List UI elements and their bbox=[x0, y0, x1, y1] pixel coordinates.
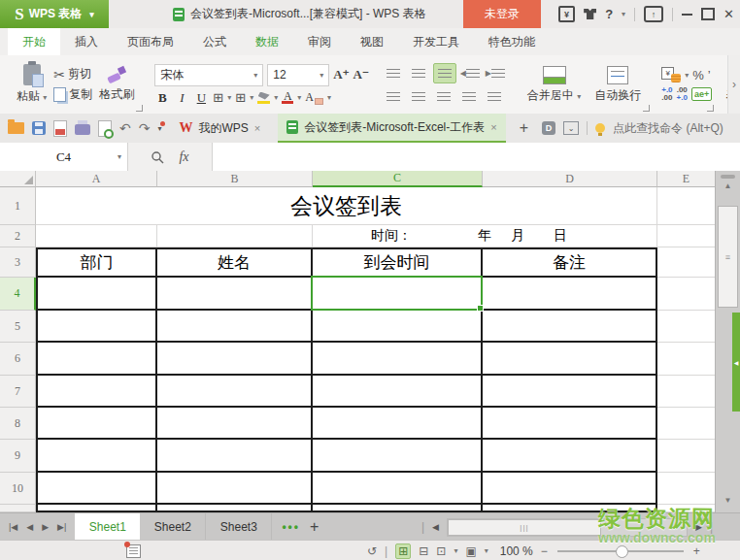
column-header-b[interactable]: B bbox=[157, 171, 313, 187]
cell-header-arrival-time[interactable]: 到会时间 bbox=[313, 247, 483, 278]
cell[interactable] bbox=[36, 376, 157, 408]
cell[interactable] bbox=[157, 440, 313, 473]
decrease-font-button[interactable]: A⁻ bbox=[353, 67, 369, 82]
my-wps-tab[interactable]: W 我的WPS × bbox=[169, 114, 270, 143]
view-dropdown-icon[interactable]: ▾ bbox=[454, 546, 457, 555]
cell[interactable] bbox=[657, 225, 716, 247]
increase-font-button[interactable]: A⁺ bbox=[333, 67, 349, 82]
cell-title-merged[interactable]: 会议签到表 bbox=[36, 187, 657, 225]
prev-sheet-icon[interactable]: ◀ bbox=[26, 522, 33, 532]
minimize-button[interactable] bbox=[682, 14, 692, 16]
cell[interactable] bbox=[657, 408, 716, 440]
borders-dropdown-icon[interactable]: ▾ bbox=[227, 93, 231, 102]
tab-formulas[interactable]: 公式 bbox=[188, 28, 241, 55]
normal-view-button[interactable]: ⊞ bbox=[395, 544, 411, 559]
cell[interactable] bbox=[313, 311, 483, 343]
tab-view[interactable]: 视图 bbox=[346, 28, 398, 55]
cell[interactable] bbox=[157, 311, 313, 343]
scroll-up-icon[interactable]: ▲ bbox=[716, 181, 740, 190]
cell[interactable] bbox=[157, 473, 313, 505]
row-header[interactable]: 4 bbox=[0, 278, 36, 311]
close-button[interactable]: ✕ bbox=[723, 7, 734, 21]
increase-decimal-button[interactable]: +.0 .00 bbox=[661, 86, 672, 102]
cell[interactable] bbox=[483, 278, 657, 311]
format-painter-button[interactable]: 格式刷 bbox=[92, 57, 141, 112]
full-screen-button[interactable]: ▣ bbox=[465, 544, 476, 558]
cell[interactable] bbox=[36, 440, 157, 473]
cell[interactable] bbox=[313, 440, 483, 473]
last-sheet-icon[interactable]: ▶| bbox=[57, 522, 66, 532]
wrap-text-button[interactable]: 自动换行 bbox=[588, 57, 648, 112]
next-sheet-icon[interactable]: ▶ bbox=[42, 522, 49, 532]
formula-input[interactable] bbox=[212, 143, 740, 171]
cell-header-department[interactable]: 部门 bbox=[36, 247, 157, 278]
currency-dropdown-icon[interactable]: ▾ bbox=[685, 71, 689, 80]
decrease-decimal-button[interactable]: .00 +.0 bbox=[677, 86, 688, 102]
row-header[interactable]: 7 bbox=[0, 376, 36, 408]
membership-icon[interactable]: ¥ bbox=[558, 6, 575, 22]
horizontal-scroll-thumb[interactable]: ||| bbox=[448, 519, 601, 536]
fill-color-dropdown-icon[interactable]: ▾ bbox=[274, 93, 278, 102]
cell[interactable] bbox=[36, 343, 157, 376]
page-break-view-button[interactable]: ⊟ bbox=[419, 544, 428, 558]
cell[interactable] bbox=[313, 505, 483, 512]
wps-logo[interactable]: S WPS 表格 ▾ bbox=[0, 0, 109, 28]
cell[interactable] bbox=[483, 311, 657, 343]
align-middle-button[interactable] bbox=[408, 64, 429, 82]
draw-border-icon[interactable]: ⊞ bbox=[235, 90, 246, 105]
row-header[interactable]: 10 bbox=[0, 473, 36, 505]
cell[interactable] bbox=[36, 311, 157, 343]
cell[interactable] bbox=[657, 440, 716, 473]
cell[interactable] bbox=[36, 225, 157, 247]
cell[interactable] bbox=[657, 473, 716, 505]
cell-c4-selected[interactable] bbox=[313, 278, 483, 311]
align-left-button[interactable] bbox=[383, 87, 404, 106]
close-tab-icon[interactable]: × bbox=[254, 122, 260, 134]
cell[interactable] bbox=[157, 225, 313, 247]
cell[interactable] bbox=[36, 278, 157, 311]
align-center-button[interactable] bbox=[408, 87, 429, 106]
first-sheet-icon[interactable]: |◀ bbox=[9, 522, 17, 532]
percent-format-button[interactable]: % bbox=[692, 68, 704, 82]
decrease-indent-button[interactable]: ◀ bbox=[460, 64, 482, 82]
borders-icon[interactable]: ⊞ bbox=[213, 90, 223, 105]
zoom-in-icon[interactable]: + bbox=[693, 544, 700, 558]
cell[interactable] bbox=[313, 473, 483, 505]
cell[interactable] bbox=[36, 505, 157, 512]
cell[interactable] bbox=[483, 505, 657, 512]
row-header[interactable]: 2 bbox=[0, 225, 36, 247]
fill-handle[interactable] bbox=[477, 305, 484, 312]
name-box[interactable]: C4 ▾ bbox=[0, 143, 128, 171]
number-format-button[interactable]: ae+ bbox=[691, 87, 712, 101]
tab-insert[interactable]: 插入 bbox=[60, 28, 113, 55]
history-icon[interactable]: ↺ bbox=[367, 544, 377, 558]
print-icon[interactable] bbox=[75, 124, 90, 135]
zoom-slider[interactable] bbox=[557, 550, 684, 552]
row-header[interactable]: 1 bbox=[0, 187, 36, 225]
name-box-dropdown-icon[interactable]: ▾ bbox=[118, 152, 121, 161]
cell[interactable] bbox=[483, 408, 657, 440]
sheet-tab-sheet3[interactable]: Sheet3 bbox=[206, 513, 272, 541]
paste-button[interactable]: 粘贴 ▾ bbox=[10, 57, 53, 112]
insert-function-icon[interactable]: fx bbox=[179, 149, 188, 165]
zoom-out-icon[interactable]: − bbox=[541, 544, 548, 558]
dialog-launcher-icon[interactable] bbox=[136, 105, 143, 112]
cell[interactable] bbox=[157, 505, 313, 512]
cell[interactable] bbox=[157, 408, 313, 440]
split-handle[interactable] bbox=[721, 175, 735, 179]
task-pane-icon[interactable] bbox=[126, 544, 141, 558]
fill-color-button[interactable] bbox=[257, 92, 270, 104]
cell[interactable] bbox=[313, 343, 483, 376]
font-color-button[interactable]: BA bbox=[282, 91, 293, 104]
tab-review[interactable]: 审阅 bbox=[293, 28, 346, 55]
maximize-button[interactable] bbox=[701, 8, 715, 20]
row-header[interactable]: 3 bbox=[0, 247, 36, 278]
bold-button[interactable]: B bbox=[154, 90, 170, 106]
clear-format-button[interactable]: A bbox=[305, 90, 323, 105]
cell-time-merged[interactable]: 时间： 年 月 日 bbox=[313, 225, 657, 247]
print-preview-icon[interactable] bbox=[98, 120, 112, 137]
align-bottom-button[interactable] bbox=[433, 63, 456, 83]
cell[interactable] bbox=[657, 278, 716, 311]
redo-icon[interactable]: ↷ bbox=[139, 120, 151, 136]
cell[interactable] bbox=[657, 376, 716, 408]
